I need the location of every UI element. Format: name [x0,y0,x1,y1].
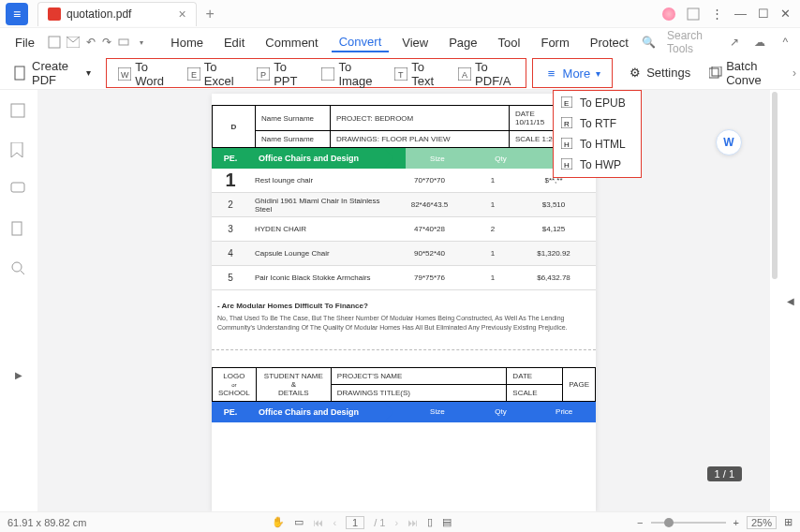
kebab-menu-icon[interactable]: ⋮ [711,7,723,21]
to-word-label: To Word [135,60,169,88]
create-pdf-button[interactable]: Create PDF ▾ [4,60,100,86]
html-icon: H [561,138,574,151]
minimize-button[interactable]: — [734,7,747,21]
undo-icon[interactable]: ↶ [85,33,96,52]
text-icon: T [394,66,407,81]
to-ppt-button[interactable]: PTo PPT [247,61,312,87]
maximize-button[interactable]: ☐ [758,7,769,21]
row-number: 2 [212,200,249,210]
tray-icon[interactable] [687,7,700,21]
excel-icon: E [187,66,200,81]
zoom-in-icon[interactable]: + [733,517,739,528]
window-controls: ⋮ — ☐ ✕ [662,7,800,21]
svg-rect-4 [119,39,128,45]
ppt-icon: P [257,66,270,81]
row-price: $4,125 [521,225,586,233]
pdfa-icon: A [458,66,471,81]
zoom-out-icon[interactable]: − [637,517,643,528]
right-expand-handle[interactable]: ◀ [781,90,800,511]
menu-protect[interactable]: Protect [583,34,636,52]
to-rtf-item[interactable]: RTo RTF [554,113,641,134]
to-hwp-item[interactable]: HTo HWP [554,155,641,175]
collapse-ribbon-icon[interactable]: ^ [778,33,793,52]
next-page-icon[interactable]: › [394,517,398,528]
print-icon[interactable] [117,33,130,52]
print-caret-icon[interactable]: ▾ [136,33,146,52]
fit-page-icon[interactable]: ⊞ [784,516,793,528]
comments-icon[interactable] [10,182,27,199]
convert-toolbar: Create PDF ▾ WTo Word ETo Excel PTo PPT … [0,56,800,90]
svg-text:E: E [564,99,569,108]
menu-comment[interactable]: Comment [258,34,325,52]
menu-tool[interactable]: Tool [491,34,528,52]
select-tool-icon[interactable]: ▭ [294,516,304,528]
to-image-button[interactable]: To Image [312,61,385,87]
menu-form[interactable]: Form [533,34,576,52]
menu-view[interactable]: View [394,34,436,52]
new-tab-button[interactable]: + [206,6,215,22]
product-row: 5 Pair Iconic Black Stokke Armchairs 79*… [212,266,596,290]
col-size: Size [406,155,469,163]
search-icon[interactable]: 🔍 [642,36,656,49]
cloud-icon[interactable]: ☁ [753,33,767,52]
svg-text:R: R [564,120,570,128]
create-pdf-icon [13,66,28,81]
more-button[interactable]: ≡ More ▾ [535,61,611,87]
menu-edit[interactable]: Edit [216,34,252,52]
last-page-icon[interactable]: ⏭ [407,517,418,528]
search-panel-icon[interactable] [10,260,27,277]
mail-icon[interactable] [67,33,80,52]
projname-cell: PROJECT'S NAME [331,367,507,384]
thumbnails-icon[interactable] [10,103,27,120]
to-word-button[interactable]: WTo Word [109,61,178,87]
attachments-icon[interactable] [10,221,27,238]
hand-tool-icon[interactable]: ✋ [272,516,285,528]
single-page-icon[interactable]: ▯ [427,516,433,528]
row-size: 79*75*76 [394,273,465,282]
bookmarks-icon[interactable] [10,142,27,159]
tab-close-button[interactable]: × [178,7,185,22]
document-viewport[interactable]: W D Name Surname PROJECT: BEDROOM DATE 1… [37,90,770,511]
to-epub-item[interactable]: ETo EPUB [554,93,641,113]
to-text-button[interactable]: TTo Text [385,61,449,87]
to-html-item[interactable]: HTo HTML [554,134,641,155]
menu-page[interactable]: Page [441,34,484,52]
row-price: $6,432.78 [521,273,586,282]
svg-text:A: A [462,70,467,80]
expand-sidebar-icon[interactable]: ▶ [15,370,22,380]
vertical-scrollbar[interactable] [770,90,781,511]
to-excel-button[interactable]: ETo Excel [178,61,247,87]
prev-page-icon[interactable]: ‹ [333,517,336,528]
save-icon[interactable] [48,33,61,52]
page-current[interactable]: 1 [346,516,364,529]
product-row: 3 HYDEN CHAIR 47*40*28 2 $4,125 [212,217,596,242]
batch-convert-button[interactable]: Batch Conve [700,60,793,86]
word-float-icon[interactable]: W [716,129,742,155]
file-menu[interactable]: File [7,34,42,52]
document-tab[interactable]: quotation.pdf × [37,2,197,26]
continuous-page-icon[interactable]: ▤ [442,516,452,528]
toolbar-overflow-icon[interactable]: › [793,66,796,80]
menu-convert[interactable]: Convert [332,33,390,52]
menu-home[interactable]: Home [163,34,211,52]
row-price: $1,320.92 [521,249,586,258]
close-window-button[interactable]: ✕ [780,7,791,21]
logo-cell: LOGOorSCHOOL [213,367,257,401]
row-number: 5 [212,273,249,283]
to-ppt-label: To PPT [274,60,303,88]
first-page-icon[interactable]: ⏮ [313,517,323,528]
notification-badge-icon[interactable] [662,7,675,21]
svg-text:H: H [564,140,570,149]
date2-cell: DATE [507,367,563,384]
section-title: Office Chairs and Design [249,407,359,417]
share-icon[interactable]: ↗ [727,33,741,52]
epub-icon: E [561,96,574,110]
name1-cell: Name Surname [256,106,331,131]
settings-button[interactable]: ⚙ Settings [618,60,700,86]
zoom-level[interactable]: 25% [747,516,777,529]
rtf-icon: R [561,117,574,130]
zoom-slider[interactable] [651,522,726,524]
redo-icon[interactable]: ↷ [101,33,111,52]
search-tools-input[interactable]: Search Tools [667,29,716,55]
to-pdfa-button[interactable]: ATo PDF/A [449,61,523,87]
